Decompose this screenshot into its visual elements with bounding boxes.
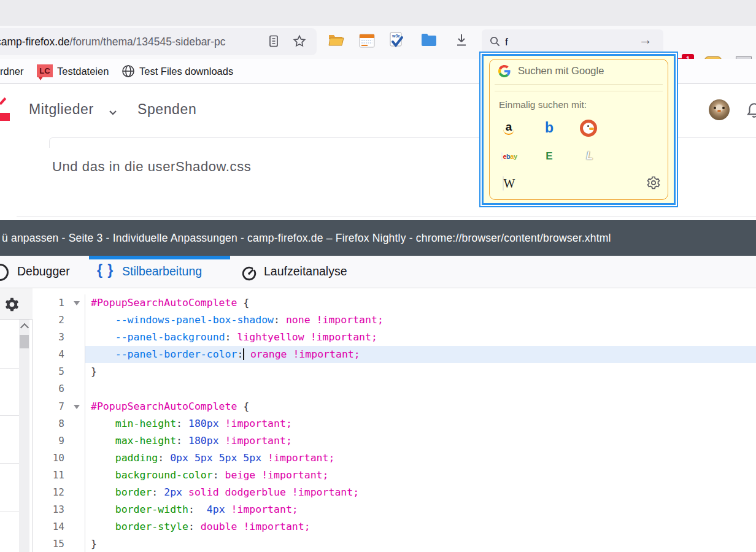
- globe-icon[interactable]: [122, 64, 135, 78]
- line-number: 5: [58, 363, 64, 380]
- editor-line[interactable]: 10 padding: 0px 5px 5px 5px !important;: [33, 450, 756, 467]
- search-go-arrow-icon[interactable]: →: [639, 32, 652, 48]
- code-line[interactable]: background-color: beige !important;: [85, 467, 756, 484]
- code-line[interactable]: --panel-border-color: orange !important;: [85, 346, 756, 363]
- bookmark-lc-icon[interactable]: LC: [37, 64, 53, 77]
- engine-ecosia[interactable]: E: [541, 148, 558, 165]
- editor-line[interactable]: 8 min-height: 180px !important;: [33, 415, 756, 432]
- url-bar[interactable]: camp-firefox.de/forum/thema/134545-sideb…: [0, 28, 317, 55]
- code-line[interactable]: }: [85, 363, 756, 380]
- one-time-search-label: Einmalig suchen mit:: [499, 99, 587, 110]
- devtools-tabbar: Debugger { } Stilbearbeitung Laufzeitana…: [0, 256, 756, 288]
- code-line[interactable]: #PopupSearchAutoComplete {: [85, 294, 756, 312]
- engine-bing[interactable]: b: [541, 120, 558, 137]
- style-editor-braces-icon: { }: [97, 262, 114, 278]
- code-line[interactable]: min-height: 180px !important;: [85, 415, 756, 432]
- engine-amazon[interactable]: a: [500, 120, 517, 137]
- engine-wikipedia[interactable]: W: [500, 175, 517, 193]
- folder-blue-icon[interactable]: [421, 33, 437, 49]
- code-line[interactable]: border-width: 4px !important;: [85, 501, 756, 518]
- list-separator: [0, 415, 19, 416]
- active-tab-indicator: [89, 256, 230, 259]
- engine-duckduckgo[interactable]: [580, 120, 597, 137]
- w3c-validator-icon[interactable]: w3c: [388, 32, 404, 48]
- line-number-gutter: 9: [33, 432, 85, 450]
- search-settings-gear-icon[interactable]: [646, 175, 661, 190]
- editor-line[interactable]: 2 --windows-panel-box-shadow: none !impo…: [33, 312, 756, 329]
- bookmark-item-testdateien[interactable]: Testdateien: [57, 59, 109, 83]
- sidebar-toolbar: [0, 288, 33, 320]
- line-number: 15: [53, 535, 64, 552]
- editor-line[interactable]: 6: [33, 380, 756, 397]
- duck-beak: [589, 128, 594, 130]
- line-number-gutter: 6: [33, 380, 85, 397]
- toolbox-titlebar: ü anpassen - Seite 3 - Individuelle Anpa…: [0, 220, 756, 256]
- line-number-gutter: 14: [33, 518, 85, 535]
- search-bar[interactable]: →: [482, 29, 663, 54]
- post-text: Und das in die userShadow.css: [52, 159, 251, 175]
- url-domain: camp-firefox.de: [0, 36, 70, 48]
- notifications-bell-icon[interactable]: [745, 100, 756, 120]
- tab-laufzeitanalyse[interactable]: Laufzeitanalyse: [264, 264, 347, 278]
- code-line[interactable]: border-style: double !important;: [85, 518, 756, 535]
- code-line[interactable]: }: [85, 535, 756, 552]
- list-separator: [0, 511, 19, 512]
- code-line[interactable]: padding: 0px 5px 5px 5px !important;: [85, 450, 756, 467]
- line-number-gutter: 3: [33, 329, 85, 346]
- bookmark-item-ordner[interactable]: rdner: [0, 59, 24, 83]
- calendar-icon[interactable]: [359, 33, 375, 49]
- editor-line[interactable]: 4 --panel-border-color: orange !importan…: [33, 346, 756, 363]
- line-number-gutter: 7: [33, 398, 85, 415]
- editor-line[interactable]: 7#PopupSearchAutoComplete {: [33, 398, 756, 415]
- editor-line[interactable]: 9 max-height: 180px !important;: [33, 432, 756, 450]
- line-number-gutter: 2: [33, 312, 85, 329]
- bookmark-star-icon[interactable]: [292, 34, 308, 50]
- fold-arrow-icon[interactable]: [74, 301, 80, 305]
- search-icon: [489, 36, 501, 47]
- site-logo-fragment: [0, 113, 10, 121]
- line-number: 4: [58, 346, 64, 363]
- scrollbar-thumb[interactable]: [20, 335, 29, 348]
- options-gear-icon[interactable]: [4, 296, 20, 313]
- code-line[interactable]: max-height: 180px !important;: [85, 432, 756, 450]
- fold-arrow-icon[interactable]: [74, 405, 80, 409]
- user-avatar[interactable]: [709, 99, 730, 120]
- folder-yellow-icon[interactable]: [328, 33, 344, 49]
- engine-ebay[interactable]: ebay: [501, 148, 518, 166]
- nav-spenden[interactable]: Spenden: [137, 101, 196, 118]
- search-with-google-label: Suchen mit Google: [518, 65, 604, 77]
- tab-stilbearbeitung[interactable]: Stilbearbeitung: [122, 264, 202, 278]
- popup-divider: [495, 84, 663, 85]
- leo-glyph: L: [587, 150, 593, 162]
- card-divider: [17, 216, 756, 217]
- code-line[interactable]: #PopupSearchAutoComplete {: [85, 398, 756, 415]
- scroll-up-arrow-icon[interactable]: [20, 323, 29, 332]
- svg-text:w3c: w3c: [392, 34, 400, 38]
- editor-line[interactable]: 12 border: 2px solid dodgerblue !importa…: [33, 484, 756, 501]
- code-editor[interactable]: 1#PopupSearchAutoComplete {2 --windows-p…: [33, 294, 756, 552]
- download-icon[interactable]: [454, 33, 470, 48]
- code-line[interactable]: border: 2px solid dodgerblue !important;: [85, 484, 756, 501]
- line-number: 9: [58, 432, 64, 450]
- editor-line[interactable]: 5}: [33, 363, 756, 380]
- code-line[interactable]: [85, 380, 756, 397]
- tab-debugger[interactable]: Debugger: [17, 264, 70, 278]
- code-line[interactable]: --panel-background: lightyellow !importa…: [85, 329, 756, 346]
- editor-line[interactable]: 1#PopupSearchAutoComplete {: [33, 294, 756, 312]
- editor-line[interactable]: 14 border-style: double !important;: [33, 518, 756, 535]
- bookmark-item-test-files[interactable]: Test Files downloads: [139, 59, 233, 83]
- editor-line[interactable]: 13 border-width: 4px !important;: [33, 501, 756, 518]
- debugger-icon: [0, 264, 9, 281]
- url-text: camp-firefox.de/forum/thema/134545-sideb…: [0, 28, 226, 55]
- editor-line[interactable]: 3 --panel-background: lightyellow !impor…: [33, 329, 756, 346]
- line-number: 6: [58, 380, 64, 397]
- engine-leo[interactable]: L: [581, 148, 598, 165]
- reader-mode-icon[interactable]: [266, 34, 282, 50]
- editor-line[interactable]: 15}: [33, 535, 756, 552]
- style-editor: 1#PopupSearchAutoComplete {2 --windows-p…: [0, 288, 756, 552]
- editor-line[interactable]: 11 background-color: beige !important;: [33, 467, 756, 484]
- line-number-gutter: 10: [33, 450, 85, 467]
- nav-mitglieder[interactable]: Mitglieder: [29, 101, 94, 118]
- code-line[interactable]: --windows-panel-box-shadow: none !import…: [85, 312, 756, 329]
- sidebar-scrollbar[interactable]: [19, 320, 29, 552]
